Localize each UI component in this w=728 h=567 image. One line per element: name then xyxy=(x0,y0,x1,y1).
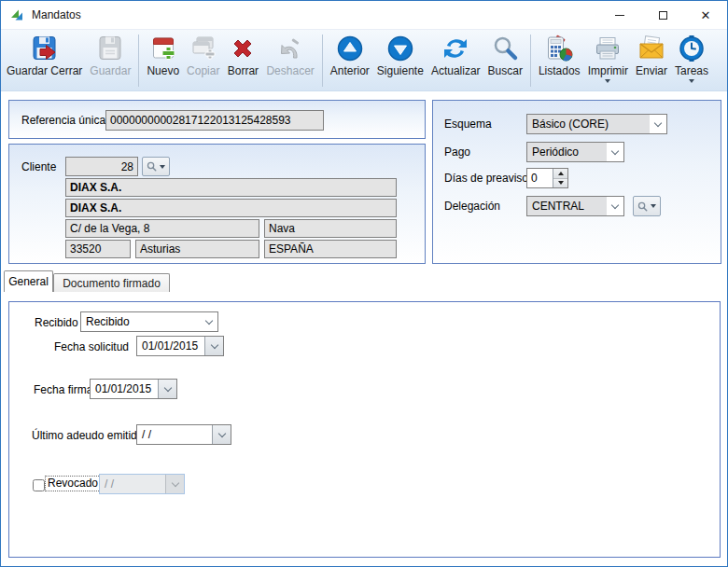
revoked-label[interactable]: Revocado xyxy=(45,476,101,491)
copy-icon xyxy=(189,34,218,63)
chevron-down-icon xyxy=(163,383,171,391)
copy-button: Copiar xyxy=(185,33,221,78)
spin-up-icon xyxy=(558,172,564,175)
payment-value: Periódico xyxy=(527,145,607,159)
send-label: Enviar xyxy=(636,64,667,77)
payment-dropdown-zone[interactable] xyxy=(607,143,623,161)
print-button[interactable]: Imprimir xyxy=(586,33,630,84)
notice-days-stepper[interactable]: 0 xyxy=(526,168,568,188)
tasks-icon xyxy=(677,34,707,63)
close-icon: ✕ xyxy=(701,9,711,21)
scheme-select[interactable]: Básico (CORE) xyxy=(526,114,667,134)
signature-date-dropdown-button[interactable] xyxy=(158,380,176,398)
tab-general-label: General xyxy=(8,275,49,288)
refresh-button[interactable]: Actualizar xyxy=(429,33,483,78)
send-button[interactable]: Enviar xyxy=(634,33,669,78)
chevron-down-icon xyxy=(205,316,213,324)
lookup-caret-icon xyxy=(651,204,656,208)
next-button[interactable]: Siguiente xyxy=(375,33,426,78)
previous-button[interactable]: Anterior xyxy=(329,33,371,78)
tab-documento-firmado-label: Documento firmado xyxy=(63,277,161,290)
client-code-field[interactable]: 28 xyxy=(65,157,138,176)
refresh-label: Actualizar xyxy=(431,64,481,77)
toolbar-separator xyxy=(138,35,139,87)
mandatos-window: Mandatos ✕ Guardar Cerrar xyxy=(0,0,728,567)
print-dropdown-caret[interactable] xyxy=(605,79,610,83)
payment-select[interactable]: Periódico xyxy=(526,142,624,162)
received-dropdown-zone[interactable] xyxy=(201,312,217,331)
save-button: Guardar xyxy=(88,33,133,78)
scheme-value: Básico (CORE) xyxy=(527,118,650,131)
tasks-dropdown-caret[interactable] xyxy=(689,79,694,83)
client-address-field: C/ de la Vega, 8 xyxy=(65,219,259,238)
tab-documento-firmado[interactable]: Documento firmado xyxy=(53,273,170,292)
spin-down-button[interactable] xyxy=(553,178,567,188)
received-value: Recibido xyxy=(81,315,201,328)
branch-select[interactable]: CENTRAL xyxy=(526,196,624,216)
client-postal-field: 33520 xyxy=(65,240,131,258)
branch-value: CENTRAL xyxy=(527,200,607,213)
notice-days-label: Días de preaviso xyxy=(444,172,528,185)
signature-date-picker[interactable]: 01/01/2015 xyxy=(90,379,177,399)
delete-icon xyxy=(228,34,258,63)
revoked-date-value: / / xyxy=(100,475,165,493)
client-name-field: DIAX S.A. xyxy=(65,178,397,197)
received-label: Recibido xyxy=(35,316,78,329)
client-label: Cliente xyxy=(21,160,56,173)
chevron-down-icon xyxy=(611,146,619,154)
print-icon xyxy=(593,34,623,63)
delete-button[interactable]: Borrar xyxy=(225,33,260,78)
next-icon xyxy=(385,34,415,63)
last-debit-date-picker[interactable]: / / xyxy=(136,424,231,445)
send-icon xyxy=(637,34,666,63)
save-label: Guardar xyxy=(90,64,131,77)
client-city-field: Nava xyxy=(264,219,397,238)
options-panel: Esquema Básico (CORE) Pago Periódico Día… xyxy=(432,100,721,264)
branch-lookup-button[interactable] xyxy=(633,196,661,216)
search-button[interactable]: Buscar xyxy=(486,33,525,78)
spin-down-icon xyxy=(558,181,564,185)
save-close-button[interactable]: Guardar Cerrar xyxy=(5,33,84,78)
request-date-picker[interactable]: 01/01/2015 xyxy=(136,336,224,356)
reports-label: Listados xyxy=(539,64,581,77)
chevron-down-icon xyxy=(217,429,225,436)
reference-value-field: 00000000002817122013125428593 xyxy=(105,110,324,131)
signature-date-value: 01/01/2015 xyxy=(91,380,158,398)
refresh-icon xyxy=(441,34,470,63)
request-date-dropdown-button[interactable] xyxy=(204,337,223,355)
tasks-button[interactable]: Tareas xyxy=(673,33,710,84)
title-bar: Mandatos ✕ xyxy=(1,1,727,29)
minimize-icon xyxy=(615,15,624,16)
undo-button: Deshacer xyxy=(264,33,315,78)
print-label: Imprimir xyxy=(588,64,628,77)
maximize-button[interactable] xyxy=(641,1,684,29)
spin-up-button[interactable] xyxy=(553,169,567,178)
new-button[interactable]: Nuevo xyxy=(145,33,181,78)
tasks-label: Tareas xyxy=(675,64,708,77)
copy-label: Copiar xyxy=(187,64,219,77)
revoked-checkbox[interactable] xyxy=(33,479,45,491)
last-debit-value: / / xyxy=(137,425,212,444)
branch-dropdown-zone[interactable] xyxy=(607,197,623,215)
search-icon xyxy=(490,34,520,63)
close-button[interactable]: ✕ xyxy=(684,1,727,29)
last-debit-dropdown-button[interactable] xyxy=(212,425,231,444)
toolbar: Guardar Cerrar Guardar Nuevo xyxy=(1,29,727,91)
reports-button[interactable]: Listados xyxy=(537,33,582,78)
client-lookup-button[interactable] xyxy=(142,157,170,176)
received-select[interactable]: Recibido xyxy=(80,311,218,332)
client-panel: Cliente 28 DIAX S.A. DIAX S.A. C/ de la … xyxy=(8,144,426,264)
request-date-label: Fecha solicitud xyxy=(54,340,129,353)
toolbar-separator xyxy=(530,35,531,87)
reports-icon xyxy=(544,34,574,63)
scheme-dropdown-zone[interactable] xyxy=(650,115,666,133)
undo-icon xyxy=(275,34,305,63)
chevron-down-icon xyxy=(611,201,619,208)
next-label: Siguiente xyxy=(377,64,424,77)
delete-label: Borrar xyxy=(228,64,259,77)
new-icon xyxy=(148,34,178,63)
tab-general[interactable]: General xyxy=(4,270,53,292)
minimize-button[interactable] xyxy=(598,1,641,29)
magnifier-icon xyxy=(637,201,648,212)
previous-label: Anterior xyxy=(330,64,370,77)
